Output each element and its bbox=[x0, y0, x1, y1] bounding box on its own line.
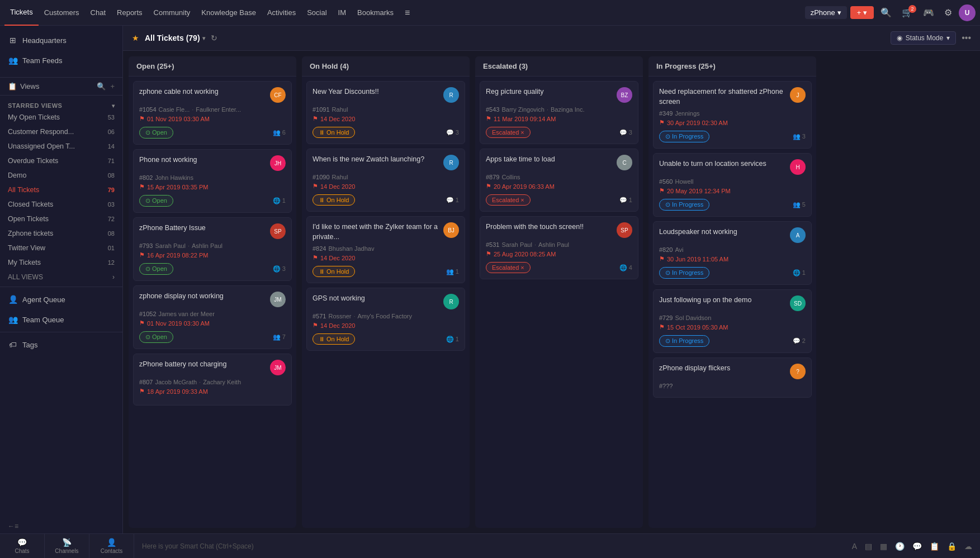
add-button[interactable]: + ▾ bbox=[850, 6, 874, 19]
clock-icon[interactable]: 🕐 bbox=[892, 540, 908, 553]
sidebar-item-my-tickets[interactable]: My Tickets 12 bbox=[0, 255, 122, 270]
search-views-icon[interactable]: 🔍 bbox=[97, 82, 106, 90]
settings-button[interactable]: ⚙ bbox=[941, 5, 955, 20]
notification-button[interactable]: 🛒 2 bbox=[898, 5, 916, 20]
all-tickets-title-button[interactable]: All Tickets (79) ▾ bbox=[145, 34, 205, 42]
status-badge[interactable]: ⊙ Open bbox=[139, 127, 173, 139]
hamburger-icon[interactable]: ≡ bbox=[399, 0, 415, 26]
ticket-card[interactable]: When is the new Zwatch launching?R#1090R… bbox=[306, 149, 465, 212]
ticket-card[interactable]: zPhone Battery IssueSP#793Sarah Paul·Ash… bbox=[133, 217, 292, 281]
ticket-agent: Jennings bbox=[675, 110, 699, 117]
ticket-card[interactable]: GPS not workingR#571Rossner·Amy's Food F… bbox=[306, 288, 465, 351]
status-badge[interactable]: ⊙ Open bbox=[139, 263, 173, 275]
smart-chat-input[interactable]: Here is your Smart Chat (Ctrl+Space) bbox=[134, 542, 849, 550]
starred-views-header[interactable]: STARRED VIEWS ▾ bbox=[0, 98, 122, 110]
sidebar-item-all-tickets[interactable]: All Tickets 79 bbox=[0, 183, 122, 197]
status-mode-button[interactable]: ◉ Status Mode ▾ bbox=[891, 31, 956, 45]
sidebar-item-tags[interactable]: 🏷 Tags bbox=[0, 335, 122, 355]
ticket-card[interactable]: zPhone display flickers?#??? bbox=[653, 357, 812, 398]
sidebar-item-headquarters[interactable]: ⊞ Headquarters bbox=[0, 30, 122, 50]
title-dropdown-arrow: ▾ bbox=[202, 35, 205, 41]
status-badge[interactable]: ⊙ In Progress bbox=[659, 199, 709, 211]
nav-item-social[interactable]: Social bbox=[301, 0, 332, 26]
search-button[interactable]: 🔍 bbox=[877, 5, 895, 20]
ticket-card[interactable]: New Year Discounts!!R#1091Rahul⚑ 14 Dec … bbox=[306, 81, 465, 144]
star-icon[interactable]: ★ bbox=[132, 34, 139, 42]
ticket-card[interactable]: zphone display not workingJM#1052James v… bbox=[133, 285, 292, 349]
bottom-tab-channels[interactable]: 📡 Channels bbox=[45, 534, 89, 559]
status-badge[interactable]: ⏸ On Hold bbox=[313, 194, 355, 206]
ticket-agent: Howell bbox=[675, 178, 693, 185]
sidebar-item-team-queue[interactable]: 👥 Team Queue bbox=[0, 309, 122, 330]
status-badge[interactable]: ⊙ In Progress bbox=[659, 335, 709, 347]
card-actions: 👥 5 bbox=[793, 201, 806, 208]
nav-item-community[interactable]: Community bbox=[148, 0, 196, 26]
add-views-icon[interactable]: + bbox=[110, 82, 115, 90]
ticket-card[interactable]: Reg picture qualityBZ#543Barry Zingovich… bbox=[480, 81, 638, 144]
bottom-tab-chats[interactable]: 💬 Chats bbox=[0, 534, 45, 559]
sidebar-item-twitter-view[interactable]: Twitter View 01 bbox=[0, 241, 122, 255]
cloud-icon[interactable]: ☁ bbox=[961, 540, 976, 553]
sidebar-item-overdue-tickets[interactable]: Overdue Tickets 71 bbox=[0, 154, 122, 168]
nav-item-im[interactable]: IM bbox=[333, 0, 352, 26]
bottom-tab-contacts[interactable]: 👤 Contacts bbox=[89, 534, 134, 559]
sidebar-item-customer-respond[interactable]: Customer Respond... 06 bbox=[0, 125, 122, 139]
lock-icon[interactable]: 🔒 bbox=[944, 540, 960, 553]
nav-item-bookmarks[interactable]: Bookmarks bbox=[352, 0, 399, 26]
user-avatar[interactable]: U bbox=[959, 4, 976, 21]
grid-icon[interactable]: ▦ bbox=[877, 540, 891, 553]
ticket-card[interactable]: I'd like to meet with the Zylker team fo… bbox=[306, 216, 465, 283]
sidebar-item-open-tickets[interactable]: Open Tickets 72 bbox=[0, 212, 122, 226]
status-badge[interactable]: ⊙ In Progress bbox=[659, 131, 709, 142]
sidebar-item-team-feeds[interactable]: 👥 Team Feeds bbox=[0, 50, 122, 70]
gamepad-button[interactable]: 🎮 bbox=[920, 5, 938, 20]
ticket-card[interactable]: Need replacement for shattered zPhone sc… bbox=[653, 81, 812, 149]
status-badge[interactable]: Escalated × bbox=[486, 262, 531, 273]
sidebar-item-closed-tickets[interactable]: Closed Tickets 03 bbox=[0, 197, 122, 212]
nav-item-knowledge-base[interactable]: Knowledge Base bbox=[196, 0, 262, 26]
more-options-button[interactable]: ••• bbox=[962, 33, 971, 43]
sidebar-item-agent-queue[interactable]: 👤 Agent Queue bbox=[0, 289, 122, 309]
ticket-card[interactable]: Apps take time to loadC#879Collins⚑ 20 A… bbox=[480, 149, 638, 212]
nav-item-reports[interactable]: Reports bbox=[111, 0, 148, 26]
status-badge[interactable]: Escalated × bbox=[486, 127, 531, 138]
nav-item-customers[interactable]: Customers bbox=[39, 0, 85, 26]
collapse-sidebar-button[interactable]: ←≡ bbox=[0, 519, 122, 533]
sidebar-item-my-open-tickets[interactable]: My Open Tickets 53 bbox=[0, 110, 122, 125]
card-avatar: SP bbox=[270, 223, 286, 239]
ticket-card[interactable]: Unable to turn on location servicesH#560… bbox=[653, 153, 812, 217]
sidebar-item-zphone-tickets[interactable]: Zphone tickets 08 bbox=[0, 226, 122, 241]
refresh-icon[interactable]: ↻ bbox=[211, 34, 217, 42]
ticket-card[interactable]: zphone cable not workingCF#1054Casie Fle… bbox=[133, 81, 292, 145]
ticket-card[interactable]: Phone not workingJH#802John Hawkins⚑ 15 … bbox=[133, 149, 292, 213]
status-badge[interactable]: Escalated × bbox=[486, 194, 531, 206]
chat-icon[interactable]: 💬 bbox=[909, 540, 925, 553]
status-badge[interactable]: ⊙ Open bbox=[139, 331, 173, 343]
starred-views-label: STARRED VIEWS bbox=[8, 102, 62, 109]
status-badge[interactable]: ⊙ In Progress bbox=[659, 267, 709, 279]
nav-item-tickets[interactable]: Tickets bbox=[4, 0, 39, 26]
card-meta: #807Jacob McGrath·Zachary Keith bbox=[139, 379, 286, 385]
kanban-column-escalated: Escalated (3)Reg picture qualityBZ#543Ba… bbox=[475, 56, 643, 528]
kanban-column-open: Open (25+)zphone cable not workingCF#105… bbox=[129, 56, 296, 528]
card-avatar: BZ bbox=[617, 87, 632, 103]
status-badge[interactable]: ⏸ On Hold bbox=[313, 127, 355, 138]
card-meta: #793Sarah Paul·Ashlin Paul bbox=[139, 242, 286, 249]
ticket-card[interactable]: Problem with the touch screen!!SP#531Sar… bbox=[480, 216, 638, 279]
all-views-row[interactable]: ALL VIEWS › bbox=[0, 270, 122, 284]
ticket-card[interactable]: Just following up on the demoSD#729Sol D… bbox=[653, 289, 812, 353]
sidebar-item-demo[interactable]: Demo 08 bbox=[0, 168, 122, 183]
status-badge[interactable]: ⏸ On Hold bbox=[313, 266, 355, 277]
ticket-card[interactable]: Loudspeaker not workingA#820Avi⚑ 30 Jun … bbox=[653, 221, 812, 285]
translate-icon[interactable]: A bbox=[849, 540, 860, 553]
nav-item-activities[interactable]: Activities bbox=[262, 0, 301, 26]
status-badge[interactable]: ⏸ On Hold bbox=[313, 333, 355, 345]
nav-item-chat[interactable]: Chat bbox=[85, 0, 111, 26]
sidebar-views-label[interactable]: Views bbox=[20, 82, 93, 90]
clipboard-icon[interactable]: 📋 bbox=[926, 540, 943, 553]
zphone-button[interactable]: zPhone ▾ bbox=[805, 6, 847, 19]
ticket-card[interactable]: zPhone battery not chargingJM#807Jacob M… bbox=[133, 354, 292, 406]
status-badge[interactable]: ⊙ Open bbox=[139, 195, 173, 207]
sidebar-item-unassigned-open[interactable]: Unassigned Open T... 14 bbox=[0, 139, 122, 154]
list-icon[interactable]: ▤ bbox=[861, 540, 875, 553]
